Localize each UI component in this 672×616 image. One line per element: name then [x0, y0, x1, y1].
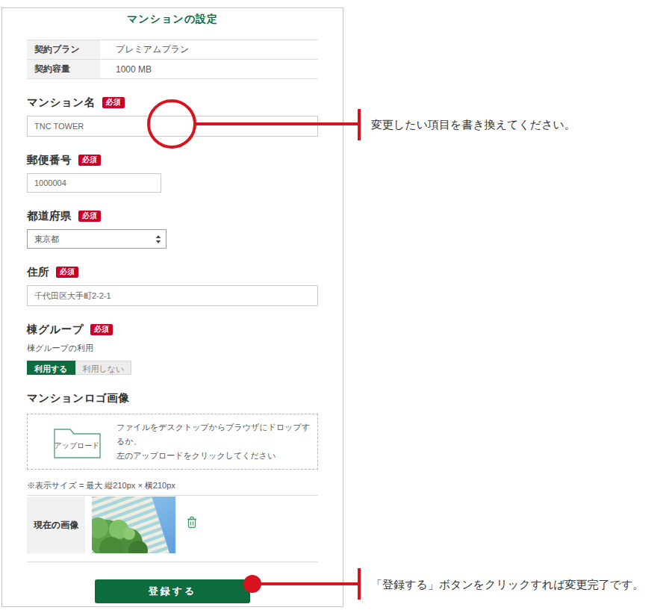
- trash-icon: [186, 515, 198, 529]
- table-row: 契約容量 1000 MB: [27, 60, 318, 79]
- settings-panel: マンションの設定 契約プラン プレミアムプラン 契約容量 1000 MB マンシ…: [1, 7, 343, 607]
- delete-image-button[interactable]: [186, 515, 198, 529]
- connector-line-bottom: [252, 582, 359, 585]
- connector-line-top: [195, 122, 359, 125]
- current-image-thumbnail: [92, 497, 175, 553]
- contract-plan-label: 契約プラン: [27, 40, 100, 60]
- postal-code-label: 郵便番号: [27, 153, 72, 167]
- required-badge: 必須: [90, 324, 113, 335]
- mansion-name-label: マンション名: [27, 96, 96, 110]
- building-group-sub-label: 棟グループの利用: [27, 343, 318, 352]
- highlight-circle: [147, 99, 196, 149]
- logo-image-heading: マンションロゴ画像: [27, 391, 129, 405]
- required-badge: 必須: [78, 211, 101, 222]
- drop-instructions-line1: ファイルをデスクトップからブラウザにドロップするか、: [116, 420, 317, 449]
- drop-instructions: ファイルをデスクトップからブラウザにドロップするか、 左のアップロードをクリック…: [116, 420, 317, 464]
- table-row: 契約プラン プレミアムプラン: [27, 40, 318, 60]
- prefecture-selected-value: 東京都: [34, 234, 59, 245]
- chevron-up-down-icon: [155, 234, 161, 244]
- contract-capacity-label: 契約容量: [27, 60, 100, 79]
- drop-instructions-line2: 左のアップロードをクリックしてください: [116, 449, 317, 463]
- current-image-label: 現在の画像: [27, 497, 85, 553]
- postal-code-input[interactable]: [27, 173, 161, 193]
- building-group-label: 棟グループ: [27, 323, 84, 337]
- upload-button[interactable]: アップロード: [54, 425, 101, 458]
- file-drop-zone[interactable]: アップロード ファイルをデスクトップからブラウザにドロップするか、 左のアップロ…: [27, 414, 318, 470]
- connector-endbar-top: [358, 109, 361, 140]
- display-size-note: ※表示サイズ = 最大 縦210px × 横210px: [27, 480, 318, 490]
- toggle-use-off[interactable]: 利用しない: [75, 361, 132, 375]
- prefecture-select[interactable]: 東京都: [27, 229, 167, 249]
- required-badge: 必須: [78, 155, 101, 166]
- required-badge: 必須: [56, 267, 78, 278]
- prefecture-label: 都道府県: [27, 209, 72, 223]
- upload-folder-icon: アップロード: [54, 425, 101, 458]
- contract-plan-value: プレミアムプラン: [100, 40, 318, 60]
- upload-button-label: アップロード: [54, 441, 99, 449]
- building-group-toggle: 利用する 利用しない: [27, 361, 318, 375]
- page-title: マンションの設定: [27, 13, 318, 25]
- annotation-edit-note: 変更したい項目を書き換えてください。: [371, 118, 576, 132]
- contract-capacity-value: 1000 MB: [100, 60, 318, 79]
- address-label: 住所: [27, 265, 49, 279]
- annotation-submit-note: 「登録する」ボタンをクリックすれば変更完了です。: [371, 578, 644, 592]
- address-input[interactable]: [27, 285, 318, 306]
- register-button[interactable]: 登録する: [95, 579, 250, 603]
- toggle-use-on[interactable]: 利用する: [27, 361, 75, 375]
- required-badge: 必須: [102, 97, 125, 108]
- contract-info-table: 契約プラン プレミアムプラン 契約容量 1000 MB: [27, 40, 318, 79]
- connector-endbar-bottom: [358, 568, 361, 600]
- current-image-row: 現在の画像: [27, 495, 318, 562]
